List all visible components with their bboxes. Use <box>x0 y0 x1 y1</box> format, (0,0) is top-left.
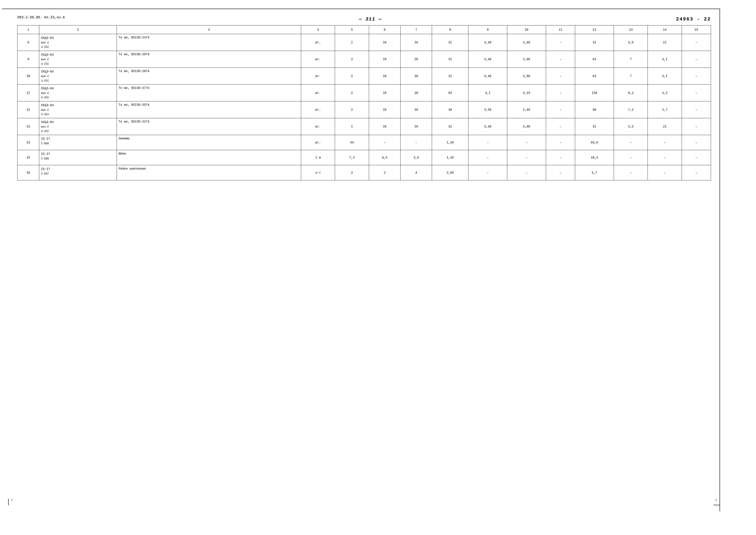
cell-col7: I0 <box>400 118 432 135</box>
cell-description: Рейки крепления <box>117 165 301 180</box>
cell-col6: – <box>369 135 400 150</box>
cell-col11: – <box>546 150 575 165</box>
cell-unit: шт. <box>301 68 335 85</box>
cell-col13: 3,5 <box>614 34 648 51</box>
cell-col15: – <box>682 118 711 135</box>
table-row: I0СКЦЭ-84вып.23-I5IТо же, Б5I3О-2074шт.2… <box>17 68 711 85</box>
cell-description: То же, Б5I3О-3774 <box>117 85 301 101</box>
cell-col14: 4,I <box>648 68 682 85</box>
cell-col11: – <box>546 118 575 135</box>
cell-col12: 3I <box>575 34 614 51</box>
cell-row-num: I0 <box>17 68 39 85</box>
cell-unit: шт. <box>301 135 335 150</box>
cell-col15: – <box>682 135 711 150</box>
cell-col13: 7 <box>614 51 648 68</box>
col-header-1: 1 <box>17 25 39 34</box>
cell-col13: – <box>614 150 648 165</box>
cell-col9: 3,48 <box>469 34 507 51</box>
cell-col7: 20 <box>400 101 432 118</box>
table-row: I3СКЦЭ-84вып.23-I5IТо же, Б5I3О-2274шт.I… <box>17 118 711 135</box>
cell-col13: 7,2 <box>614 101 648 118</box>
cell-description: То же, Б5I3О-2274 <box>117 118 301 135</box>
cell-col9: – <box>469 135 507 150</box>
cell-col13: 8,2 <box>614 85 648 101</box>
cell-unit: шт. <box>301 118 335 135</box>
table-row: 9СКЦЭ-84вып.23-I5IТо же, Б5I3О-2874шт.2I… <box>17 51 711 68</box>
cell-col9: 3,58 <box>469 101 507 118</box>
cell-qty: 54 <box>335 135 369 150</box>
col-header-7: 7 <box>400 25 432 34</box>
cell-col9: 4,I <box>469 85 507 101</box>
cell-col15: – <box>682 68 711 85</box>
col-header-10: 10 <box>507 25 546 34</box>
cell-col8: 3I <box>432 51 469 68</box>
cell-col10: I,85 <box>507 101 546 118</box>
cell-col12: 5,7 <box>575 165 614 180</box>
cell-col8: 48 <box>432 101 469 118</box>
cell-col9: 3,48 <box>469 68 507 85</box>
cell-code: СКЦЭ-84вып.23-I5I <box>39 118 117 135</box>
cell-col13: – <box>614 135 648 150</box>
cell-col8: I,20 <box>432 135 469 150</box>
cell-code: I5-I7I-507 <box>39 165 117 180</box>
cell-col15: – <box>682 85 711 101</box>
cell-col6: I0 <box>369 101 400 118</box>
cell-qty: 2 <box>335 85 369 101</box>
cell-col7: I0 <box>400 34 432 51</box>
table-row: IIСКЦЭ-84вып.23-I55То же, Б5I3О-3774шт.2… <box>17 85 711 101</box>
col-header-3: 3 <box>117 25 301 34</box>
cell-description: То же, Б5I3О-3574 <box>117 101 301 118</box>
table-row: I2СКЦЭ-84вып.23-I54То же, Б5I3О-3574шт.2… <box>17 101 711 118</box>
cell-col9: 3,48 <box>469 51 507 68</box>
col-header-11: 11 <box>546 25 575 34</box>
cell-col6: I0 <box>369 68 400 85</box>
cell-col10: 2,06 <box>507 34 546 51</box>
cell-code: СКЦЭ-84вып.23-I5I <box>39 51 117 68</box>
cell-col9: 3,48 <box>469 118 507 135</box>
cell-col8: 3I <box>432 68 469 85</box>
cell-qty: 2 <box>335 101 369 118</box>
cell-col14: 2I <box>648 118 682 135</box>
cell-col6: I0 <box>369 85 400 101</box>
cell-col14: 4,I <box>648 51 682 68</box>
cell-col15: – <box>682 101 711 118</box>
cell-col7: 20 <box>400 68 432 85</box>
cell-col9: – <box>469 165 507 180</box>
cell-code: I5-I7I-500 <box>39 150 117 165</box>
main-table: 1 2 3 4 5 6 7 8 9 10 11 12 13 14 15 8СКЦ… <box>17 25 711 180</box>
header-right: 24963 - 22 <box>676 16 711 22</box>
cell-col15: – <box>682 51 711 68</box>
cell-col11: – <box>546 85 575 101</box>
cell-qty: 2 <box>335 68 369 85</box>
cell-col11: – <box>546 34 575 51</box>
cell-description: То же, Б5I3О-2874 <box>117 51 301 68</box>
cell-col12: I26 <box>575 85 614 101</box>
col-header-8: 8 <box>432 25 469 34</box>
header-left: 903-2-30.90. Ал.I5,кн.6 <box>17 15 65 19</box>
cell-col6: I0 <box>369 118 400 135</box>
cell-unit: шт. <box>301 34 335 51</box>
cell-code: I5-I7I-809 <box>39 135 117 150</box>
col-header-4: 4 <box>301 25 335 34</box>
bottom-right-corner: ┘ <box>715 499 717 503</box>
cell-col8: 2,85 <box>432 165 469 180</box>
col-header-2: 2 <box>39 25 117 34</box>
col-header-5: 5 <box>335 25 369 34</box>
cell-code: СКЦЭ-84вып.23-I54 <box>39 101 117 118</box>
cell-col13: 7 <box>614 68 648 85</box>
cell-unit: шт. <box>301 85 335 101</box>
cell-description: То же, Б5I3О-2474 <box>117 34 301 51</box>
cell-qty: 2 <box>335 51 369 68</box>
cell-col14: – <box>648 165 682 180</box>
col-header-6: 6 <box>369 25 400 34</box>
cell-col12: 3I <box>575 118 614 135</box>
cell-col12: 62 <box>575 51 614 68</box>
cell-col11: – <box>546 135 575 150</box>
corner-bl <box>8 499 9 505</box>
cell-col6: 2 <box>369 165 400 180</box>
cell-unit: к-т <box>301 165 335 180</box>
cell-code: СКЦЭ-84вып.23-I5I <box>39 34 117 51</box>
cell-col12: 62 <box>575 68 614 85</box>
cell-row-num: I4 <box>17 135 39 150</box>
cell-col8: 3I <box>432 34 469 51</box>
